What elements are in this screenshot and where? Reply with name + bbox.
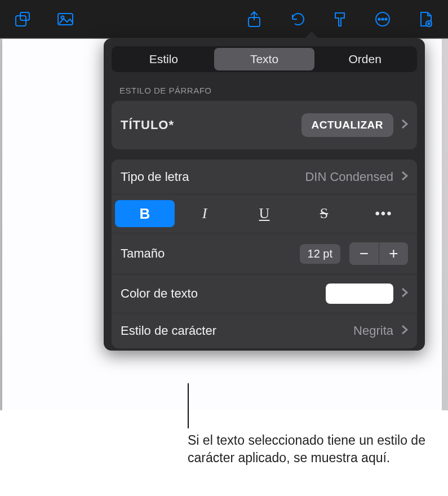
svg-point-11 (428, 23, 430, 24)
text-color-label: Color de texto (121, 286, 198, 301)
format-brush-icon[interactable] (330, 9, 350, 29)
popover-tabs: Estilo Texto Orden (112, 46, 417, 72)
tab-style[interactable]: Estilo (113, 48, 214, 70)
font-row[interactable]: Tipo de letra DIN Condensed (112, 160, 417, 194)
text-color-swatch[interactable] (326, 284, 393, 304)
callout-leader-line (188, 383, 189, 428)
paragraph-style-section-label: ESTILO DE PÁRRAFO (119, 86, 417, 95)
size-increase-button[interactable]: + (379, 242, 408, 265)
paragraph-style-row[interactable]: TÍTULO* ACTUALIZAR (112, 101, 417, 149)
size-value[interactable]: 12 pt (300, 244, 340, 264)
size-label: Tamaño (121, 246, 165, 261)
svg-point-6 (378, 18, 380, 20)
chevron-right-icon (401, 325, 408, 337)
italic-button[interactable]: I (175, 200, 234, 227)
font-label: Tipo de letra (121, 170, 189, 184)
callout-text: Si el texto seleccionado tiene un estilo… (188, 432, 430, 467)
toolbar-right (244, 9, 436, 29)
size-row: Tamaño 12 pt − + (112, 233, 417, 274)
popover-arrow (304, 32, 319, 39)
media-icon[interactable] (55, 9, 76, 29)
popover-body: Estilo Texto Orden ESTILO DE PÁRRAFO TÍT… (104, 38, 425, 351)
shapes-icon[interactable] (12, 9, 33, 29)
share-icon[interactable] (244, 9, 264, 29)
character-style-label: Estilo de carácter (121, 324, 216, 338)
chevron-right-icon (401, 171, 408, 183)
chevron-right-icon (401, 287, 408, 300)
toolbar (0, 0, 448, 38)
text-properties-card: Tipo de letra DIN Condensed B I U S ••• … (112, 160, 417, 348)
chevron-right-icon (401, 119, 408, 131)
character-style-row[interactable]: Estilo de carácter Negrita (112, 313, 417, 348)
font-value: DIN Condensed (305, 170, 393, 184)
toolbar-left (12, 9, 76, 29)
size-stepper: − + (349, 242, 408, 265)
bold-button[interactable]: B (115, 200, 175, 227)
tab-order[interactable]: Orden (314, 48, 415, 70)
text-style-buttons: B I U S ••• (112, 194, 417, 233)
document-settings-icon[interactable] (415, 9, 436, 29)
paragraph-style-name: TÍTULO* (121, 118, 174, 132)
more-icon[interactable] (372, 9, 393, 29)
paragraph-style-card: TÍTULO* ACTUALIZAR (112, 101, 417, 149)
svg-point-7 (382, 18, 383, 20)
strikethrough-button[interactable]: S (294, 200, 354, 227)
underline-button[interactable]: U (234, 200, 294, 227)
size-decrease-button[interactable]: − (349, 242, 379, 265)
undo-icon[interactable] (287, 9, 307, 29)
svg-point-8 (385, 18, 387, 20)
format-popover: Estilo Texto Orden ESTILO DE PÁRRAFO TÍT… (104, 38, 425, 351)
update-style-button[interactable]: ACTUALIZAR (301, 113, 393, 137)
text-color-row[interactable]: Color de texto (112, 274, 417, 313)
tab-text[interactable]: Texto (214, 48, 315, 70)
more-text-options-button[interactable]: ••• (354, 200, 414, 227)
character-style-value: Negrita (353, 324, 393, 338)
